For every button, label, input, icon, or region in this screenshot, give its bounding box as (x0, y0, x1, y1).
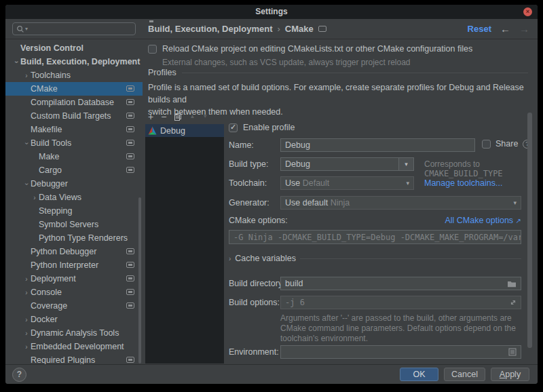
sidebar-item-python-type-renderers[interactable]: Python Type Renderers (5, 231, 143, 245)
reset-link[interactable]: Reset (468, 24, 491, 34)
sidebar-item-cargo[interactable]: Cargo (5, 163, 143, 177)
breadcrumb-item[interactable]: CMake (285, 24, 314, 34)
chevron-collapsed-icon: › (22, 275, 31, 283)
profile-name: Debug (160, 126, 185, 136)
sidebar-item-docker[interactable]: ›Docker (5, 313, 143, 326)
forward-arrow-icon[interactable]: → (519, 23, 529, 35)
screen-icon (126, 167, 134, 173)
breadcrumb-separator-icon: › (277, 24, 280, 34)
dropdown-arrow-icon: ▾ (406, 180, 409, 187)
chevron-expanded-icon: › (23, 139, 31, 147)
section-divider (182, 73, 528, 73)
move-down-button[interactable]: ▼ (202, 112, 208, 121)
reload-cmake-checkbox[interactable] (148, 45, 157, 54)
breadcrumb: Build, Execution, Deployment › CMake (148, 19, 326, 39)
sidebar-item-deployment[interactable]: ›Deployment (5, 272, 143, 286)
settings-tree: Version Control ›Build, Execution, Deplo… (5, 39, 143, 364)
environment-label: Environment: (229, 347, 279, 357)
sidebar-item-dynamic-analysis-tools[interactable]: ›Dynamic Analysis Tools (5, 326, 143, 340)
build-options-hint: Arguments after '--' are passed to the b… (280, 313, 516, 344)
sidebar-item-stepping[interactable]: Stepping (5, 204, 143, 218)
sidebar-item-console[interactable]: ›Console (5, 286, 143, 299)
screen-icon (126, 262, 134, 268)
dropdown-arrow-icon: ▾ (398, 158, 413, 170)
sidebar-item-cmake[interactable]: CMake (5, 82, 143, 96)
enable-profile-label: Enable profile (243, 123, 295, 132)
search-options-caret-icon: ▾ (25, 26, 28, 32)
cmake-profile-icon (148, 126, 157, 135)
build-type-select[interactable]: Debug ▾ (280, 157, 414, 171)
sidebar-item-compilation-database[interactable]: Compilation Database (5, 96, 143, 109)
chevron-collapsed-icon: › (31, 194, 39, 201)
environment-variables-icon[interactable] (508, 348, 517, 356)
add-profile-button[interactable]: + (148, 112, 153, 121)
chevron-collapsed-icon: › (229, 255, 231, 262)
build-options-input[interactable]: -j 6 (280, 296, 521, 309)
cmake-options-label: CMake options: (229, 216, 288, 225)
build-type-label: Build type: (229, 159, 268, 169)
toolchain-select[interactable]: Use Default ▾ (280, 176, 414, 190)
generator-label: Generator: (229, 198, 269, 208)
toolchain-label: Toolchain: (229, 178, 267, 188)
sidebar-item-build-tools[interactable]: ›Build Tools (5, 136, 143, 150)
chevron-expanded-icon: › (23, 180, 31, 188)
sidebar-item-coverage[interactable]: Coverage (5, 299, 143, 313)
screen-icon (126, 289, 134, 295)
build-type-hint: Corresponds to CMAKE_BUILD_TYPE (424, 159, 538, 178)
sidebar-item-build-execution-deployment[interactable]: ›Build, Execution, Deployment (5, 55, 143, 68)
close-button[interactable]: × (523, 7, 532, 16)
environment-input[interactable] (280, 345, 521, 359)
screen-icon (126, 275, 134, 281)
sidebar-item-version-control[interactable]: Version Control (5, 41, 143, 55)
section-divider (300, 258, 521, 259)
apply-button[interactable]: Apply (491, 368, 529, 381)
name-input[interactable]: Debug (280, 138, 475, 152)
sidebar-item-python-interpreter[interactable]: Python Interpreter (5, 258, 143, 272)
sidebar-item-make[interactable]: Make (5, 150, 143, 163)
generator-select[interactable]: Use default Ninja ▾ (280, 196, 521, 210)
cmake-settings-panel: Reload CMake project on editing CMakeLis… (143, 39, 538, 364)
dialog-footer: ? OK Cancel Apply (5, 364, 538, 384)
back-arrow-icon[interactable]: ← (500, 23, 510, 35)
sidebar-item-data-views[interactable]: ›Data Views (5, 191, 143, 204)
settings-header: ▾ Build, Execution, Deployment › CMake R… (5, 19, 538, 39)
breadcrumb-item[interactable]: Build, Execution, Deployment (148, 24, 272, 34)
sidebar-item-embedded-development[interactable]: ›Embedded Development (5, 340, 143, 353)
sidebar-item-debugger[interactable]: ›Debugger (5, 177, 143, 191)
profile-list-item-debug[interactable]: Debug (145, 124, 224, 137)
cmake-options-input[interactable]: -G Ninja -DCMAKE_BUILD_TYPE=Debug -DCMAK… (229, 230, 521, 244)
sidebar-item-custom-build-targets[interactable]: Custom Build Targets (5, 109, 143, 123)
header-nav: Reset ← → (468, 19, 529, 39)
folder-icon[interactable] (507, 280, 517, 288)
ok-button[interactable]: OK (400, 368, 438, 381)
share-checkbox[interactable] (482, 140, 491, 149)
screen-icon (126, 302, 134, 309)
expand-icon[interactable] (510, 299, 517, 306)
sidebar-item-python-debugger[interactable]: Python Debugger (5, 245, 143, 258)
manage-toolchains-link[interactable]: Manage toolchains... (424, 178, 502, 188)
chevron-collapsed-icon: › (22, 330, 31, 337)
profiles-section-title: Profiles (148, 68, 176, 77)
sidebar-item-symbol-servers[interactable]: Symbol Servers (5, 218, 143, 231)
sidebar-item-toolchains[interactable]: ›Toolchains (5, 68, 143, 82)
remove-profile-button[interactable]: − (161, 112, 166, 121)
move-up-button[interactable]: ▲ (189, 112, 195, 121)
help-button[interactable]: ? (12, 368, 26, 382)
chevron-collapsed-icon: › (22, 289, 31, 296)
sidebar-item-makefile[interactable]: Makefile (5, 123, 143, 136)
screen-icon (126, 357, 134, 363)
all-cmake-options-link[interactable]: All CMake options ↗ (445, 216, 521, 225)
build-directory-input[interactable]: build (280, 277, 521, 290)
dropdown-arrow-icon: ▾ (513, 199, 517, 206)
copy-profile-button[interactable] (174, 113, 182, 121)
main-scrollbar[interactable] (527, 113, 532, 348)
cache-variables-toggle[interactable]: Cache variables (235, 254, 296, 263)
screen-icon (126, 248, 134, 254)
external-link-icon: ↗ (516, 217, 521, 224)
sidebar-scrollbar[interactable] (138, 197, 141, 364)
cancel-button[interactable]: Cancel (444, 368, 485, 381)
settings-window: Settings × ▾ Build, Execution, Deploymen… (5, 5, 538, 384)
enable-profile-checkbox[interactable] (229, 123, 238, 132)
screen-icon (126, 126, 134, 132)
search-input[interactable]: ▾ (12, 22, 136, 35)
